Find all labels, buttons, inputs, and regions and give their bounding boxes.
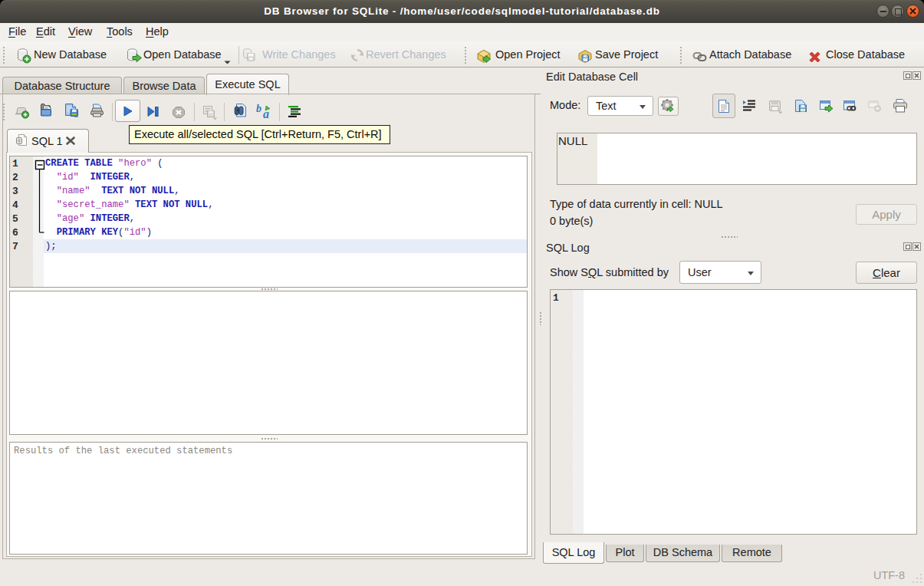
svg-text:b: b (256, 103, 261, 114)
